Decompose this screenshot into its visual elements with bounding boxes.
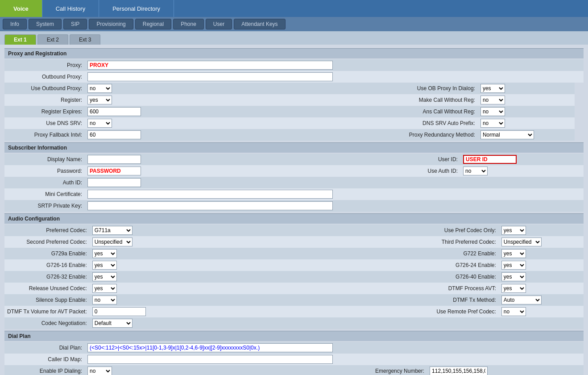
- row-preferred-codec: Preferred Codec: G711aG711uG722 Use Pref…: [4, 225, 584, 236]
- row-dtmf-volume: DTMF Tx Volume for AVT Packet: Use Remot…: [4, 306, 584, 317]
- select-g726-16-enable[interactable]: yesno: [92, 261, 117, 270]
- select-g726-40-enable[interactable]: yesno: [501, 272, 526, 281]
- label-g726-32-enable: G726-32 Enable:: [4, 271, 90, 283]
- select-use-outbound-proxy[interactable]: noyes: [87, 84, 112, 93]
- secondary-navigation: Info System SIP Provisioning Regional Ph…: [0, 17, 588, 31]
- select-silence-supp-enable[interactable]: noyes: [92, 296, 117, 304]
- select-register[interactable]: yesno: [87, 96, 112, 104]
- input-user-id[interactable]: [463, 155, 517, 164]
- label-release-unused-codec: Release Unused Codec:: [4, 283, 90, 294]
- input-display-name[interactable]: [87, 155, 141, 164]
- input-auth-id[interactable]: [87, 178, 141, 187]
- select-g726-32-enable[interactable]: yesno: [92, 272, 117, 281]
- btn-regional[interactable]: Regional: [135, 19, 171, 29]
- input-srtp-private-key[interactable]: [87, 201, 333, 210]
- input-outbound-proxy[interactable]: [87, 72, 333, 81]
- label-dtmf-tx-volume: DTMF Tx Volume for AVT Packet:: [4, 306, 90, 317]
- row-second-preferred-codec: Second Preferred Codec: UnspecifiedG711a…: [4, 236, 584, 248]
- row-caller-id-map: Caller ID Map:: [4, 354, 584, 365]
- label-g722-enable: G722 Enable:: [378, 248, 499, 259]
- row-srtp: SRTP Private Key:: [4, 200, 584, 212]
- btn-info[interactable]: Info: [3, 19, 27, 29]
- select-g726-24-enable[interactable]: yesno: [501, 261, 526, 270]
- input-proxy-fallback-intvl[interactable]: [87, 130, 141, 139]
- tab-ext1[interactable]: Ext 1: [4, 34, 36, 45]
- select-use-auth-id[interactable]: noyes: [463, 167, 488, 175]
- row-release-unused: Release Unused Codec: yesno DTMF Process…: [4, 283, 584, 294]
- select-second-preferred-codec[interactable]: UnspecifiedG711aG711u: [92, 238, 133, 246]
- row-password: Password: Use Auth ID: noyes: [4, 165, 584, 177]
- dialplan-form: Dial Plan: Caller ID Map: Enable IP Dial…: [4, 342, 584, 375]
- ext-tabs: Ext 1 Ext 2 Ext 3: [0, 31, 588, 45]
- label-mini-certificate: Mini Certificate:: [4, 188, 85, 200]
- label-preferred-codec: Preferred Codec:: [4, 225, 90, 236]
- select-use-dns-srv[interactable]: noyes: [87, 119, 112, 128]
- main-content: Proxy and Registration Proxy: Outbound P…: [0, 45, 588, 375]
- row-display-name: Display Name: User ID:: [4, 154, 584, 165]
- input-dtmf-tx-volume[interactable]: [92, 307, 146, 316]
- btn-user[interactable]: User: [206, 19, 232, 29]
- label-make-call-without-reg: Make Call Without Reg:: [360, 94, 478, 106]
- btn-attendant-keys[interactable]: Attendant Keys: [234, 19, 285, 29]
- label-silence-supp-enable: Silence Supp Enable:: [4, 294, 90, 306]
- label-proxy-fallback-intvl: Proxy Fallback Intvl:: [4, 129, 85, 141]
- select-proxy-redundancy-method[interactable]: NormalBased on SRV: [480, 130, 534, 139]
- btn-provisioning[interactable]: Provisioning: [89, 19, 133, 29]
- input-caller-id-map[interactable]: [87, 355, 333, 364]
- row-register-expires: Register Expires: Ans Call Without Reg: …: [4, 106, 584, 117]
- input-password[interactable]: [87, 167, 141, 175]
- audio-form: Preferred Codec: G711aG711uG722 Use Pref…: [4, 225, 584, 329]
- input-register-expires[interactable]: [87, 107, 141, 116]
- row-enable-ip-dialing: Enable IP Dialing: noyes Emergency Numbe…: [4, 365, 584, 375]
- select-release-unused-codec[interactable]: yesno: [92, 284, 117, 293]
- select-g729a-enable[interactable]: yesno: [92, 249, 117, 258]
- input-dial-plan[interactable]: [87, 343, 333, 352]
- label-third-preferred-codec: Third Preferred Codec:: [378, 236, 499, 248]
- input-proxy[interactable]: [87, 61, 333, 70]
- label-use-pref-codec-only: Use Pref Codec Only:: [378, 225, 499, 236]
- row-register: Register: yesno Make Call Without Reg: n…: [4, 94, 584, 106]
- label-ans-call-without-reg: Ans Call Without Reg:: [360, 106, 478, 117]
- select-use-ob-proxy-dialog[interactable]: yesno: [480, 84, 505, 93]
- select-use-pref-codec-only[interactable]: yesno: [501, 226, 526, 235]
- select-use-remote-pref-codec[interactable]: noyes: [501, 307, 526, 316]
- btn-sip[interactable]: SIP: [63, 19, 87, 29]
- select-third-preferred-codec[interactable]: UnspecifiedG711aG711u: [501, 238, 542, 246]
- select-preferred-codec[interactable]: G711aG711uG722: [92, 226, 133, 235]
- label-outbound-proxy: Outbound Proxy:: [4, 71, 85, 83]
- btn-system[interactable]: System: [29, 19, 62, 29]
- label-g729a-enable: G729a Enable:: [4, 248, 90, 259]
- label-password: Password:: [4, 165, 85, 177]
- label-proxy-redundancy-method: Proxy Redundancy Method:: [360, 129, 478, 141]
- row-dial-plan: Dial Plan:: [4, 342, 584, 354]
- select-enable-ip-dialing[interactable]: noyes: [87, 367, 112, 375]
- tab-ext2[interactable]: Ext 2: [37, 34, 68, 45]
- label-use-auth-id: Use Auth ID:: [386, 165, 460, 177]
- input-mini-certificate[interactable]: [87, 190, 333, 199]
- row-proxy: Proxy:: [4, 59, 584, 71]
- select-make-call-without-reg[interactable]: noyes: [480, 96, 505, 104]
- select-g722-enable[interactable]: yesno: [501, 249, 526, 258]
- input-emergency-number[interactable]: [430, 367, 488, 375]
- tab-voice[interactable]: Voice: [0, 0, 42, 17]
- label-codec-negotiation: Codec Negotiation:: [4, 317, 90, 329]
- tab-call-history[interactable]: Call History: [42, 0, 99, 17]
- select-dns-srv-auto-prefix[interactable]: noyes: [480, 119, 505, 128]
- select-dtmf-tx-method[interactable]: AutoAVTINFO: [501, 296, 542, 304]
- row-g726-32: G726-32 Enable: yesno G726-40 Enable: ye…: [4, 271, 584, 283]
- tab-personal-directory[interactable]: Personal Directory: [99, 0, 174, 17]
- label-dial-plan: Dial Plan:: [4, 342, 85, 354]
- select-ans-call-without-reg[interactable]: noyes: [480, 107, 505, 116]
- label-use-ob-proxy-dialog: Use OB Proxy In Dialog:: [360, 83, 478, 94]
- label-g726-16-enable: G726-16 Enable:: [4, 259, 90, 271]
- btn-phone[interactable]: Phone: [173, 19, 204, 29]
- select-codec-negotiation[interactable]: DefaultList: [92, 319, 133, 328]
- row-auth-id: Auth ID:: [4, 177, 584, 188]
- label-user-id: User ID:: [386, 154, 460, 165]
- row-g729a: G729a Enable: yesno G722 Enable: yesno: [4, 248, 584, 259]
- label-second-preferred-codec: Second Preferred Codec:: [4, 236, 90, 248]
- tab-ext3[interactable]: Ext 3: [70, 34, 100, 45]
- select-dtmf-process-avt[interactable]: yesno: [501, 284, 526, 293]
- proxy-form: Proxy: Outbound Proxy: Use Outbound Prox…: [4, 59, 584, 141]
- label-auth-id: Auth ID:: [4, 177, 85, 188]
